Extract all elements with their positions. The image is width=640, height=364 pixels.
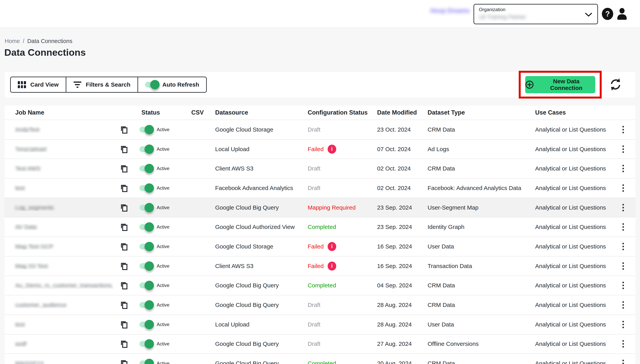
row-menu-button[interactable]	[620, 144, 626, 155]
auto-refresh-toggle[interactable]	[145, 82, 158, 88]
status-toggle[interactable]	[140, 166, 152, 172]
status-toggle[interactable]	[140, 263, 152, 269]
job-name-cell: MAGGF13	[5, 360, 113, 364]
job-name[interactable]: Test AWS	[15, 165, 41, 172]
row-menu-button[interactable]	[620, 338, 626, 350]
job-name-cell: test	[5, 185, 113, 192]
job-name-cell: test	[5, 321, 113, 328]
copy-job-button[interactable]	[120, 320, 128, 329]
refresh-button[interactable]	[608, 77, 623, 92]
failed-info-icon[interactable]: i	[328, 145, 336, 154]
status-toggle[interactable]	[140, 341, 152, 347]
status-toggle[interactable]	[140, 244, 152, 250]
copy-job-button[interactable]	[120, 359, 128, 364]
row-menu-button[interactable]	[620, 163, 626, 174]
use-cases-cell: Analytical or List Questions	[529, 165, 611, 172]
failed-info-icon[interactable]: i	[328, 262, 336, 270]
use-cases-cell: Analytical or List Questions	[529, 243, 611, 250]
job-name[interactable]: TonyUpload	[15, 146, 46, 152]
row-menu-button[interactable]	[620, 221, 626, 233]
row-menu-button[interactable]	[620, 260, 626, 272]
row-menu-button[interactable]	[620, 358, 626, 364]
row-menu-button[interactable]	[620, 241, 626, 252]
table-row: TonyUpload Active Local Upload Failed i …	[5, 139, 635, 159]
page-title: Data Connections	[4, 47, 86, 58]
plus-circle-icon	[525, 80, 534, 89]
copy-job-button[interactable]	[120, 222, 128, 232]
status-toggle[interactable]	[140, 360, 152, 364]
organization-selector[interactable]: Organization LB Training Partner	[473, 4, 598, 24]
job-name[interactable]: Mag Test GCP	[15, 243, 54, 250]
status-toggle[interactable]	[140, 302, 152, 308]
copy-job-button[interactable]	[120, 300, 128, 310]
datasource-cell: Google Cloud Big Query	[209, 282, 301, 289]
status-toggle[interactable]	[140, 146, 152, 152]
new-data-connection-label: New Data Connection	[537, 78, 595, 91]
col-header-date-modified: Date Modified	[370, 109, 421, 116]
row-menu-button[interactable]	[620, 280, 626, 291]
dataset-type-cell: CRM Data	[421, 302, 529, 308]
row-menu-button[interactable]	[620, 299, 626, 311]
job-name[interactable]: asdf	[15, 340, 27, 347]
datasource-cell: Google Cloud Big Query	[209, 360, 301, 364]
config-status-text: Draft	[308, 302, 320, 308]
dataset-type-cell: CRM Data	[421, 282, 529, 289]
copy-job-button[interactable]	[120, 339, 128, 348]
new-data-connection-button[interactable]: New Data Connection	[525, 76, 595, 93]
copy-job-button[interactable]	[120, 164, 128, 173]
col-header-status: Status	[135, 109, 187, 116]
row-menu-button[interactable]	[620, 124, 626, 135]
breadcrumb-home-link[interactable]: Home	[5, 38, 20, 44]
date-modified-cell: 23 Sep. 2024	[370, 224, 421, 230]
status-toggle[interactable]	[140, 205, 152, 210]
user-profile-icon[interactable]	[616, 8, 628, 20]
table-row: test Active Local Upload Draft 28 Aug. 2…	[5, 314, 635, 334]
status-cell: Active	[135, 127, 187, 132]
copy-cell	[113, 281, 135, 290]
job-name-cell: Au_Demo_rs_customer_transactions_2	[5, 282, 113, 289]
status-toggle[interactable]	[140, 127, 152, 132]
dataset-type-cell: CRM Data	[421, 165, 529, 172]
job-name[interactable]: test	[15, 185, 25, 191]
status-cell: Active	[135, 360, 187, 364]
row-menu-button[interactable]	[620, 182, 626, 194]
job-name[interactable]: customer_audience	[15, 302, 67, 308]
card-view-button[interactable]: Card View	[11, 77, 66, 92]
copy-icon	[120, 222, 128, 232]
datasource-cell: Google Cloud Big Query	[209, 204, 301, 211]
row-menu-button[interactable]	[620, 202, 626, 213]
dataset-type-cell: User-Segment Map	[421, 204, 529, 211]
job-name[interactable]: AndyTest	[15, 126, 39, 133]
copy-job-button[interactable]	[120, 281, 128, 290]
job-name[interactable]: Au_Demo_rs_customer_transactions_2	[15, 282, 113, 288]
question-mark-icon: ?	[605, 10, 610, 18]
job-name[interactable]: Log_segments	[15, 204, 54, 211]
job-name[interactable]: Mag S3 Test	[15, 263, 48, 269]
status-toggle[interactable]	[140, 224, 152, 230]
config-status-text: Completed	[308, 282, 336, 289]
copy-job-button[interactable]	[120, 144, 128, 154]
job-name[interactable]: test	[15, 321, 25, 328]
menu-cell	[611, 338, 635, 350]
row-menu-button[interactable]	[620, 319, 626, 330]
help-button[interactable]: ?	[602, 8, 613, 20]
config-status-cell: Completed	[301, 224, 370, 230]
status-toggle[interactable]	[140, 185, 152, 191]
copy-job-button[interactable]	[120, 261, 128, 271]
status-cell: Active	[135, 166, 187, 172]
copy-job-button[interactable]	[120, 242, 128, 251]
copy-job-button[interactable]	[120, 183, 128, 193]
copy-job-button[interactable]	[120, 125, 128, 134]
config-status-cell: Completed	[301, 282, 370, 289]
app-logo: Hoop Dreams	[430, 7, 473, 14]
job-name[interactable]: MAGGF13	[15, 360, 43, 364]
failed-info-icon[interactable]: i	[328, 242, 336, 251]
datasource-cell: Client AWS S3	[209, 165, 301, 172]
job-name-cell: Mag S3 Test	[5, 263, 113, 270]
config-status-cell: Failed i	[301, 242, 370, 251]
job-name[interactable]: AV Data	[15, 224, 37, 230]
copy-job-button[interactable]	[120, 203, 128, 212]
status-toggle[interactable]	[140, 322, 152, 328]
filters-search-button[interactable]: Filters & Search	[66, 77, 138, 92]
status-toggle[interactable]	[140, 282, 152, 288]
